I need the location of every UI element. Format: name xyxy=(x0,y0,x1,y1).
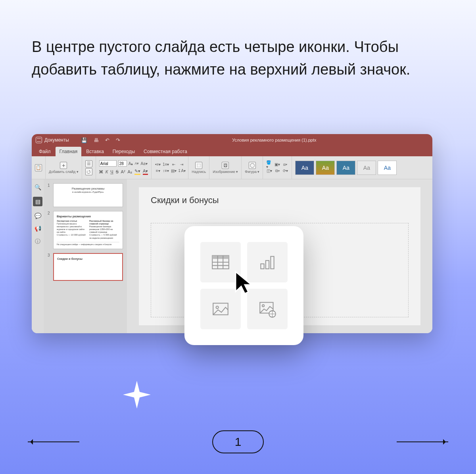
svg-rect-8 xyxy=(271,256,274,269)
text-direction-icon[interactable]: ↧A▾ xyxy=(178,168,185,174)
thumb-title: Варианты размещения xyxy=(57,215,119,219)
app-label: Документы xyxy=(44,137,69,143)
menu-bar: Файл Главная Вставка Переходы Совместная… xyxy=(32,146,432,156)
indent-inc-icon[interactable]: ⇥ xyxy=(178,162,185,167)
slide-title[interactable]: Скидки и бонусы xyxy=(151,195,409,205)
slides-view-icon[interactable]: ▤ xyxy=(33,197,42,206)
titlebar-actions: 💾 🖶 ↶ ↷ xyxy=(81,137,120,143)
thumb-col-head: Рекламный баннер на главной странице xyxy=(89,220,113,225)
image-label[interactable]: Изображение ▾ xyxy=(213,170,238,174)
thumb-col-price: Стоимость — 5 000 рублей за неделю разме… xyxy=(89,234,117,239)
thumbnail-1[interactable]: 1 Размещение рекламыв онлайн-журнале «Ту… xyxy=(48,183,123,207)
shape-icon[interactable]: ◯ xyxy=(249,162,256,169)
highlight-color-button[interactable]: ✎▾ xyxy=(134,169,140,175)
reset-icon[interactable]: ⭯ xyxy=(85,168,92,175)
add-slide-icon[interactable] xyxy=(60,162,67,169)
theme-4[interactable]: Aa xyxy=(357,161,376,175)
thumb-num: 2 xyxy=(48,211,51,249)
numbering-icon[interactable]: 1≡▾ xyxy=(163,162,169,167)
page-navigation: 1 xyxy=(0,430,476,453)
search-icon[interactable]: 🔍 xyxy=(35,184,41,190)
instruction-text: В центре пустого слайда есть четыре икон… xyxy=(0,0,476,97)
undo-icon[interactable]: ↶ xyxy=(105,137,109,143)
thumb-sub: в онлайн-журнале «ТудейПро» xyxy=(57,191,119,194)
theme-3[interactable]: Aa xyxy=(336,161,355,175)
thumb-col-body: Размещение баннера размером 1350×200 на … xyxy=(89,225,113,233)
app-logo-icon xyxy=(36,137,42,143)
image-icon xyxy=(211,299,230,319)
table-icon xyxy=(211,252,230,272)
thumb-num: 3 xyxy=(48,253,51,281)
line-spacing-icon[interactable]: ↕≡▾ xyxy=(163,168,169,174)
thumb-col-head: Экспертная статья xyxy=(57,220,77,222)
insert-table-button[interactable] xyxy=(200,242,241,282)
menu-home[interactable]: Главная xyxy=(56,147,82,156)
indent-dec-icon[interactable]: ⇤ xyxy=(171,162,177,167)
info-icon[interactable]: ⓘ xyxy=(35,238,40,245)
theme-2[interactable]: Aa xyxy=(316,161,335,175)
insert-content-popup xyxy=(184,226,303,345)
thumb-col-price: Стоимость — 10 000 рублей xyxy=(57,234,86,236)
font-name-select[interactable] xyxy=(99,160,117,167)
add-slide-label[interactable]: Добавить слайд ▾ xyxy=(49,170,79,174)
subscript-button[interactable]: A₂ xyxy=(128,169,132,175)
rotate-icon[interactable]: ⟳▾ xyxy=(282,168,288,174)
group-icon[interactable]: ⧉▾ xyxy=(274,168,280,174)
menu-collab[interactable]: Совместная работа xyxy=(140,147,191,156)
strikethrough-button[interactable]: Ꞩ xyxy=(116,169,119,175)
insert-online-image-button[interactable] xyxy=(247,289,288,329)
menu-file[interactable]: Файл xyxy=(35,147,55,156)
prev-arrow[interactable] xyxy=(28,441,79,442)
left-rail: 🔍 ▤ 💬 📢 ⓘ xyxy=(32,179,44,333)
font-color-button[interactable]: A▾ xyxy=(143,169,148,175)
bold-button[interactable]: Ж xyxy=(99,169,103,174)
columns-icon[interactable]: ▤▾ xyxy=(171,168,177,174)
italic-button[interactable]: К xyxy=(106,169,108,174)
textbox-group: ⬚ Надпись xyxy=(188,156,209,179)
document-title: Условия рекламного размещения (1).pptx xyxy=(120,138,428,142)
theme-1[interactable]: Aa xyxy=(295,161,314,175)
image-group: 🖼 Изображение ▾ xyxy=(209,156,242,179)
image-icon[interactable]: 🖼 xyxy=(222,162,229,169)
menu-transitions[interactable]: Переходы xyxy=(109,147,139,156)
superscript-button[interactable]: A² xyxy=(121,169,125,174)
comments-icon[interactable]: 💬 xyxy=(35,213,41,219)
thumb-col-body: Публикация вашего материала с рекламой в… xyxy=(57,223,84,233)
svg-rect-7 xyxy=(266,261,269,269)
insert-image-button[interactable] xyxy=(200,289,241,329)
online-image-icon xyxy=(257,299,277,319)
print-icon[interactable]: 🖶 xyxy=(94,137,99,143)
align-objects-icon[interactable]: ⧈▾ xyxy=(282,162,288,167)
change-case-icon[interactable]: Aa▾ xyxy=(141,161,148,166)
add-slide-group: Добавить слайд ▾ xyxy=(46,156,82,179)
increase-font-icon[interactable]: A▴ xyxy=(129,161,133,166)
theme-5[interactable]: Aa xyxy=(378,161,397,175)
redo-icon[interactable]: ↷ xyxy=(116,137,120,143)
thumb-title: Размещение рекламы xyxy=(57,187,119,191)
thumbnail-2[interactable]: 2 Варианты размещения Экспертная статья … xyxy=(48,211,123,249)
font-size-select[interactable] xyxy=(118,160,127,167)
insert-chart-button[interactable] xyxy=(247,242,288,282)
textbox-icon[interactable]: ⬚ xyxy=(195,162,202,169)
layout-group: ☰ ⭯ xyxy=(82,156,96,179)
underline-button[interactable]: Ч xyxy=(110,169,113,174)
outline-icon[interactable]: ◫▾ xyxy=(266,168,273,174)
arrange-icon[interactable]: ▣▾ xyxy=(274,162,280,167)
svg-rect-6 xyxy=(261,264,264,269)
share-icon[interactable]: 📢 xyxy=(35,225,41,232)
layout-icon[interactable]: ☰ xyxy=(85,160,92,167)
align-left-icon[interactable]: ≡▾ xyxy=(155,168,161,174)
thumb-num: 1 xyxy=(48,183,51,207)
fill-color-icon[interactable]: 🪣▾ xyxy=(266,162,273,167)
thumbnail-panel: 1 Размещение рекламыв онлайн-журнале «Ту… xyxy=(44,179,127,333)
shape-label[interactable]: Фигура ▾ xyxy=(245,170,259,174)
next-arrow[interactable] xyxy=(397,441,448,442)
bullets-icon[interactable]: •≡▾ xyxy=(155,162,161,167)
thumbnail-3[interactable]: 3 Скидки и бонусы xyxy=(48,253,123,281)
paste-icon[interactable]: 📋 xyxy=(35,164,42,171)
save-icon[interactable]: 💾 xyxy=(81,137,87,143)
ribbon: 📋 Добавить слайд ▾ ☰ ⭯ A▴ A▾ Aa▾ Ж К Ч Ꞩ xyxy=(32,156,432,179)
menu-insert[interactable]: Вставка xyxy=(82,147,108,156)
decrease-font-icon[interactable]: A▾ xyxy=(134,161,139,165)
paragraph-group: •≡▾ 1≡▾ ⇤ ⇥ ≡▾ ↕≡▾ ▤▾ ↧A▾ xyxy=(152,156,188,179)
